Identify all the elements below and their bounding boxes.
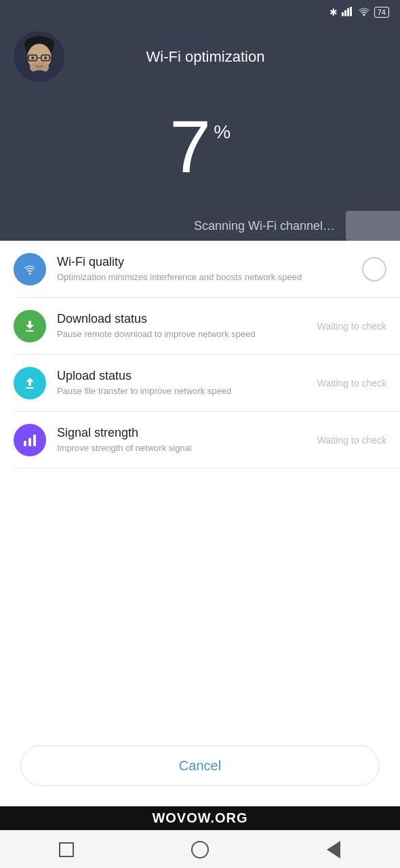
upload-status-subtitle: Pause file transfer to improve network s…	[57, 385, 306, 397]
svg-rect-17	[24, 441, 26, 446]
nav-square-button[interactable]	[57, 840, 76, 859]
signal-strength-text: Signal strength Improve strength of netw…	[57, 426, 306, 454]
scanning-fill	[346, 211, 400, 241]
battery-level: 74	[378, 8, 386, 16]
avatar	[14, 31, 64, 82]
signal-strength-icon	[14, 424, 46, 456]
scanning-track: Scanning Wi-Fi channel…	[0, 211, 400, 241]
wifi-quality-text: Wi-Fi quality Optimization minimizes int…	[57, 255, 351, 283]
svg-rect-1	[344, 10, 346, 16]
download-status-subtitle: Pause remote download to improve network…	[57, 328, 306, 340]
signal-strength-subtitle: Improve strength of network signal	[57, 442, 306, 454]
svg-rect-18	[28, 438, 31, 446]
wifi-quality-icon	[14, 253, 46, 285]
list-item: Wi-Fi quality Optimization minimizes int…	[0, 241, 400, 298]
bluetooth-icon: ✱	[329, 7, 338, 18]
nav-back-button[interactable]	[324, 840, 343, 859]
signal-strength-title: Signal strength	[57, 426, 306, 440]
list-item: Download status Pause remote download to…	[0, 298, 400, 355]
download-status-value: Waiting to check	[317, 321, 386, 332]
nav-square-icon	[59, 842, 74, 857]
nav-bar	[0, 830, 400, 868]
wifi-quality-subtitle: Optimization minimizes interference and …	[57, 271, 351, 283]
progress-area: 7 %	[0, 96, 400, 204]
upload-status-title: Upload status	[57, 369, 306, 383]
svg-rect-19	[33, 435, 36, 446]
upload-status-icon	[14, 367, 46, 399]
percent-display: 7 %	[169, 109, 231, 184]
upload-status-text: Upload status Pause file transfer to imp…	[57, 369, 306, 397]
signal-icon	[342, 7, 354, 18]
svg-rect-16	[26, 387, 34, 389]
page-title: Wi-Fi optimization	[75, 48, 386, 66]
svg-rect-15	[26, 330, 34, 332]
status-icons: ✱ 74	[329, 7, 389, 18]
content-list: Wi-Fi quality Optimization minimizes int…	[0, 241, 400, 732]
svg-rect-0	[342, 12, 344, 16]
svg-rect-3	[350, 7, 352, 16]
download-status-title: Download status	[57, 312, 306, 326]
scanning-bar: Scanning Wi-Fi channel…	[0, 204, 400, 241]
svg-point-12	[44, 56, 47, 59]
wifi-quality-toggle[interactable]	[362, 257, 386, 281]
list-item: Upload status Pause file transfer to imp…	[0, 355, 400, 412]
progress-number: 7	[169, 109, 211, 184]
status-bar: ✱ 74	[0, 0, 400, 24]
cancel-button[interactable]: Cancel	[20, 745, 380, 786]
nav-home-icon	[191, 841, 209, 859]
progress-sign: %	[214, 121, 231, 143]
page-header: Wi-Fi optimization	[0, 24, 400, 96]
battery-indicator: 74	[374, 7, 389, 18]
svg-point-11	[31, 56, 34, 59]
watermark: WOVOW.ORG	[0, 806, 400, 830]
wifi-status-icon	[358, 7, 370, 18]
nav-back-icon	[327, 841, 340, 859]
download-status-icon	[14, 310, 46, 342]
cancel-area: Cancel	[0, 732, 400, 806]
scanning-label: Scanning Wi-Fi channel…	[0, 219, 346, 233]
download-status-text: Download status Pause remote download to…	[57, 312, 306, 340]
svg-point-14	[31, 70, 47, 79]
svg-rect-2	[347, 8, 349, 16]
nav-home-button[interactable]	[191, 840, 209, 859]
list-item: Signal strength Improve strength of netw…	[0, 412, 400, 469]
signal-strength-value: Waiting to check	[317, 435, 386, 446]
wifi-quality-title: Wi-Fi quality	[57, 255, 351, 269]
upload-status-value: Waiting to check	[317, 378, 386, 389]
